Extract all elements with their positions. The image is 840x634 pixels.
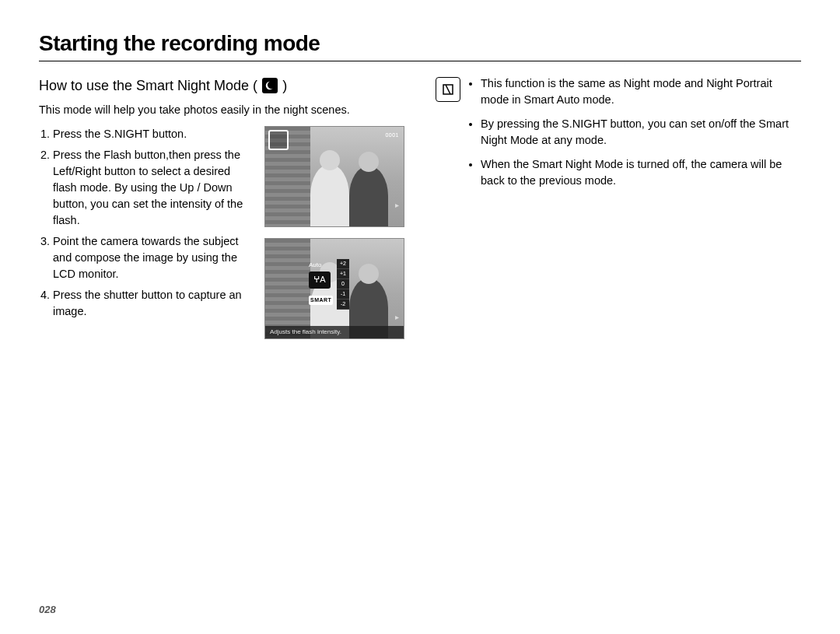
subtitle-prefix: How to use the Smart Night Mode ( bbox=[39, 75, 257, 96]
intro-text: This mode will help you take photos easi… bbox=[39, 102, 404, 118]
left-column: How to use the Smart Night Mode ( ) This… bbox=[39, 75, 404, 339]
thumb-person-graphic bbox=[310, 164, 349, 226]
thumb-person-head-graphic bbox=[320, 150, 340, 170]
note-item: This function is the same as Night mode … bbox=[481, 75, 801, 108]
note-block: This function is the same as Night mode … bbox=[436, 75, 801, 197]
scale-step: +2 bbox=[337, 259, 349, 269]
note-item: By pressing the S.NIGHT button, you can … bbox=[481, 116, 801, 149]
step-item: Press the Flash button,then press the Le… bbox=[53, 147, 254, 229]
lcd-screenshot-2: Auto ⵖA SMART +2 +1 0 -1 -2 ▸ Adjusts t bbox=[264, 238, 404, 339]
play-icon: ▸ bbox=[395, 200, 399, 212]
page-number: 028 bbox=[39, 604, 56, 615]
page-title: Starting the recording mode bbox=[39, 31, 801, 61]
note-list: This function is the same as Night mode … bbox=[468, 75, 801, 197]
thumb-person-head-graphic bbox=[359, 264, 379, 284]
subtitle-suffix: ) bbox=[282, 75, 287, 96]
thumb-person-head-graphic bbox=[359, 152, 379, 172]
manual-page: Starting the recording mode How to use t… bbox=[0, 0, 840, 634]
steps-list: Press the S.NIGHT button. Press the Flas… bbox=[39, 126, 254, 339]
right-column: This function is the same as Night mode … bbox=[436, 75, 801, 339]
play-icon: ▸ bbox=[395, 312, 399, 324]
lcd-caption: Adjusts the flash intensity. bbox=[265, 326, 404, 338]
intensity-scale: +2 +1 0 -1 -2 bbox=[337, 259, 349, 310]
screenshot-thumbnails: 0001 ▸ Auto ⵖA SMART bbox=[264, 126, 404, 339]
scale-step: +1 bbox=[337, 269, 349, 279]
thumb-person-graphic bbox=[349, 166, 388, 226]
mode-indicator-icon bbox=[268, 130, 289, 150]
scale-step: 0 bbox=[337, 279, 349, 289]
smart-night-mode-icon bbox=[262, 78, 278, 93]
note-item: When the Smart Night Mode is turned off,… bbox=[481, 156, 801, 189]
steps-and-thumbs: Press the S.NIGHT button. Press the Flas… bbox=[39, 126, 404, 339]
smart-label: SMART bbox=[309, 296, 333, 305]
lcd-screenshot-1: 0001 ▸ bbox=[264, 126, 404, 227]
scale-step: -1 bbox=[337, 289, 349, 299]
content-columns: How to use the Smart Night Mode ( ) This… bbox=[39, 75, 801, 339]
section-subtitle: How to use the Smart Night Mode ( ) bbox=[39, 75, 404, 96]
step-item: Press the shutter button to capture an i… bbox=[53, 287, 254, 320]
note-icon bbox=[436, 77, 460, 102]
step-item: Point the camera towards the subject and… bbox=[53, 233, 254, 282]
step-item: Press the S.NIGHT button. bbox=[53, 126, 254, 142]
flash-icon: ⵖA bbox=[309, 271, 331, 289]
frame-counter: 0001 bbox=[385, 131, 399, 139]
thumb-building-graphic bbox=[264, 239, 310, 339]
scale-step: -2 bbox=[337, 299, 349, 310]
